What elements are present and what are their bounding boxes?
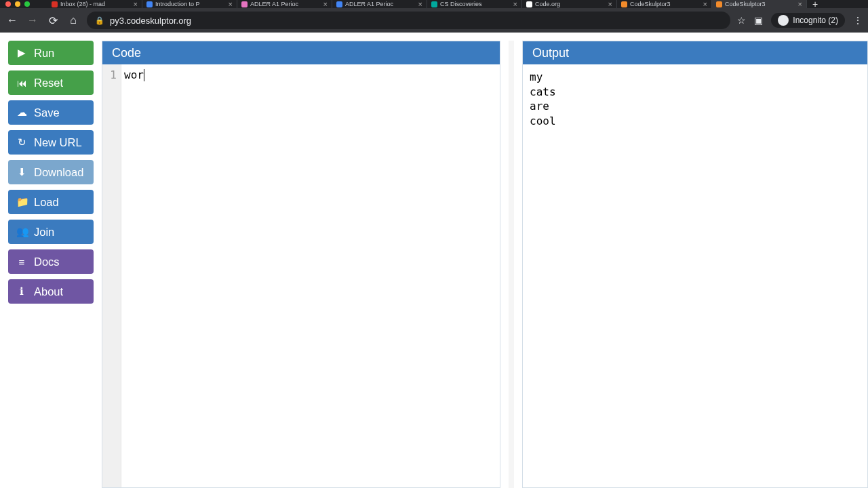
- browser-tab[interactable]: Introduction to P×: [142, 0, 237, 8]
- back-button[interactable]: ←: [5, 14, 19, 26]
- line-gutter: 1: [102, 64, 121, 487]
- close-tab-icon[interactable]: ×: [608, 0, 612, 8]
- toolbar-right: ☆ ▣ Incognito (2) ⋮: [737, 13, 863, 28]
- button-label: New URL: [34, 136, 82, 149]
- cast-icon[interactable]: ▣: [754, 15, 763, 26]
- button-label: Join: [34, 226, 54, 239]
- run-button[interactable]: ▶Run: [8, 41, 94, 65]
- tab-title: Inbox (28) - mad: [60, 1, 131, 7]
- reload-button[interactable]: ⟳: [46, 14, 60, 27]
- save-button[interactable]: ☁Save: [8, 100, 94, 125]
- favicon: [431, 1, 437, 7]
- output-text: my cats are cool: [523, 64, 867, 487]
- save-icon: ☁: [16, 106, 27, 119]
- favicon: [336, 1, 342, 7]
- favicon: [716, 1, 722, 7]
- button-label: Docs: [34, 256, 60, 268]
- code-line[interactable]: wor: [124, 68, 144, 81]
- load-button[interactable]: 📁Load: [8, 190, 94, 214]
- tab-title: CS Discoveries: [440, 1, 511, 7]
- download-button[interactable]: ⬇Download: [8, 160, 94, 184]
- tab-strip: Inbox (28) - mad×Introduction to P×ADLER…: [0, 0, 868, 8]
- app: ▶Run⏮Reset☁Save↻New URL⬇Download📁Load👥Jo…: [0, 33, 868, 488]
- reset-button[interactable]: ⏮Reset: [8, 70, 94, 95]
- incognito-indicator[interactable]: Incognito (2): [771, 13, 845, 28]
- nav-bar: ← → ⟳ ⌂ 🔒 py3.codeskulptor.org ☆ ▣ Incog…: [0, 8, 868, 33]
- browser-tab[interactable]: Inbox (28) - mad×: [47, 0, 142, 8]
- load-icon: 📁: [16, 196, 27, 208]
- close-tab-icon[interactable]: ×: [134, 0, 138, 8]
- tab-title: Introduction to P: [155, 1, 226, 7]
- browser-chrome: Inbox (28) - mad×Introduction to P×ADLER…: [0, 0, 868, 33]
- code-text[interactable]: wor: [121, 64, 147, 487]
- sidebar: ▶Run⏮Reset☁Save↻New URL⬇Download📁Load👥Jo…: [8, 41, 94, 488]
- tab-title: CodeSkulptor3: [725, 1, 795, 7]
- code-line-text: wor: [124, 68, 144, 81]
- download-icon: ⬇: [16, 166, 27, 178]
- browser-tab[interactable]: CodeSkulptor3×: [712, 0, 807, 8]
- close-tab-icon[interactable]: ×: [323, 0, 328, 8]
- docs-button[interactable]: ≡Docs: [8, 249, 94, 274]
- join-icon: 👥: [16, 226, 27, 238]
- window-controls[interactable]: [5, 1, 30, 7]
- close-tab-icon[interactable]: ×: [229, 0, 233, 8]
- browser-tab[interactable]: Code.org×: [522, 0, 617, 8]
- browser-tab[interactable]: CS Discoveries×: [427, 0, 522, 8]
- new-url-button[interactable]: ↻New URL: [8, 130, 94, 155]
- forward-button[interactable]: →: [26, 14, 39, 26]
- home-button[interactable]: ⌂: [66, 14, 80, 26]
- output-panel-header: Output: [523, 41, 867, 64]
- tab-title: ADLER A1 Perioc: [345, 1, 416, 7]
- output-panel: Output my cats are cool: [522, 41, 868, 488]
- maximize-window-icon[interactable]: [24, 1, 30, 7]
- lock-icon: 🔒: [95, 16, 104, 25]
- tab-title: ADLER A1 Perioc: [250, 1, 321, 7]
- docs-icon: ≡: [16, 256, 27, 268]
- about-button[interactable]: ℹAbout: [8, 279, 94, 304]
- line-number: 1: [102, 68, 117, 81]
- panel-splitter[interactable]: [509, 41, 514, 488]
- reset-icon: ⏮: [16, 77, 27, 89]
- close-window-icon[interactable]: [5, 1, 11, 7]
- incognito-icon: [778, 15, 789, 26]
- close-tab-icon[interactable]: ×: [418, 0, 422, 8]
- code-panel-header: Code: [102, 41, 500, 64]
- tab-title: Code.org: [535, 1, 606, 7]
- favicon: [146, 1, 153, 7]
- menu-icon[interactable]: ⋮: [853, 15, 863, 26]
- browser-tab[interactable]: ADLER A1 Perioc×: [332, 0, 427, 8]
- button-label: Save: [34, 106, 60, 119]
- join-button[interactable]: 👥Join: [8, 220, 94, 244]
- url-bar[interactable]: 🔒 py3.codeskulptor.org: [87, 12, 730, 29]
- star-icon[interactable]: ☆: [737, 15, 746, 26]
- code-panel-title: Code: [112, 46, 141, 60]
- favicon: [241, 1, 248, 7]
- code-panel: Code 1 wor: [102, 41, 500, 488]
- favicon: [52, 1, 58, 7]
- incognito-label: Incognito (2): [793, 16, 838, 25]
- url-text: py3.codeskulptor.org: [110, 16, 191, 26]
- close-tab-icon[interactable]: ×: [798, 0, 802, 8]
- close-tab-icon[interactable]: ×: [703, 0, 707, 8]
- button-label: Download: [34, 166, 83, 179]
- about-icon: ℹ: [16, 285, 27, 298]
- button-label: Run: [34, 47, 54, 60]
- new-url-icon: ↻: [16, 136, 27, 148]
- minimize-window-icon[interactable]: [15, 1, 20, 7]
- code-editor[interactable]: 1 wor: [102, 64, 500, 487]
- close-tab-icon[interactable]: ×: [513, 0, 517, 8]
- favicon: [621, 1, 627, 7]
- new-tab-button[interactable]: +: [807, 0, 823, 9]
- browser-tab[interactable]: CodeSkulptor3×: [617, 0, 712, 8]
- text-cursor: [144, 69, 144, 81]
- run-icon: ▶: [16, 47, 27, 59]
- tab-title: CodeSkulptor3: [630, 1, 701, 7]
- browser-tab[interactable]: ADLER A1 Perioc×: [237, 0, 332, 8]
- favicon: [526, 1, 532, 7]
- button-label: Load: [34, 196, 59, 209]
- button-label: Reset: [34, 77, 63, 89]
- output-panel-title: Output: [532, 46, 569, 60]
- button-label: About: [34, 285, 63, 298]
